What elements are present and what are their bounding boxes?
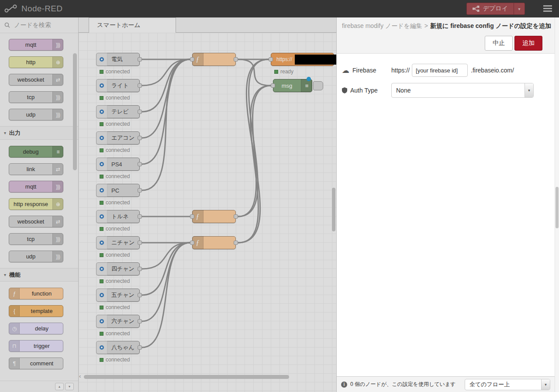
wire[interactable] [142,243,190,321]
flow-node-d8[interactable]: ニチャンconnected [96,236,140,249]
flow-node-dbg[interactable]: msg≡ [273,79,312,92]
flow-node-d12[interactable]: 八ちゃんconnected [96,341,140,354]
flow-scope-select[interactable]: 全てのフロー上 ▾ [465,379,550,390]
select-arrow-button[interactable]: ▾ [541,379,550,390]
output-port[interactable] [138,136,142,140]
palette-node-debug[interactable]: ≡debug [9,146,63,158]
palette-node-template[interactable]: {template [9,305,63,317]
palette-category[interactable]: ▾出力 [0,126,78,140]
output-port[interactable] [138,162,142,166]
palette-node-trigger[interactable]: ⊓trigger [9,340,63,352]
auth-type-select[interactable]: None ▾ [391,83,534,98]
flow-node-f1[interactable]: ƒ [192,53,236,66]
palette-node-mqtt[interactable]: )))mqtt [9,181,63,193]
palette-node-comment[interactable]: ¶comment [9,358,63,369]
flow-node-d6[interactable]: PCconnected [96,184,140,197]
palette-expand-button[interactable]: ▾ [65,383,74,390]
wire[interactable] [142,59,190,190]
palette-node-tcp[interactable]: )))tcp [9,233,63,245]
wire[interactable] [238,86,271,243]
palette-node-link[interactable]: ⇄link [9,163,63,175]
breadcrumb-separator: > [424,22,428,29]
palette-node-websocket[interactable]: ⇄websocket [9,74,63,86]
select-arrow-button[interactable]: ▾ [524,83,533,97]
device-icon [96,131,107,144]
palette-node-tcp[interactable]: )))tcp [9,91,63,103]
flow-node-d1[interactable]: 電気connected [96,53,140,66]
header: Node-RED デプロイ ▾ [0,0,559,17]
status-text: connected [106,147,130,153]
vscroll-thumb[interactable] [556,187,559,228]
link-icon: ⇄ [52,164,63,175]
palette-scrollbar[interactable] [73,53,77,170]
output-port[interactable] [138,214,142,219]
input-port[interactable] [190,214,194,219]
flow-node-d10[interactable]: 五チャンconnected [96,289,140,302]
palette-node-udp[interactable]: )))udp [9,109,63,120]
deploy-button[interactable]: デプロイ ▾ [466,3,525,15]
output-port[interactable] [138,110,142,114]
flow-node-f3[interactable]: ƒ [192,236,236,249]
canvas-vertical-scrollbar[interactable] [332,188,335,231]
output-port[interactable] [138,293,142,297]
cancel-button[interactable]: 中止 [485,36,513,51]
firebase-id-input[interactable] [412,64,468,77]
pulse-icon: ⊓ [9,340,20,351]
palette-node-websocket[interactable]: ⇄websocket [9,216,63,227]
output-port[interactable] [234,214,238,219]
output-port[interactable] [138,345,142,350]
flow-node-d4[interactable]: エアコンconnected [96,131,140,144]
output-port[interactable] [138,57,142,62]
flow-node-fb[interactable]: https://ready [271,53,334,66]
flow-node-d11[interactable]: 六チャンconnected [96,315,140,328]
status-dot [100,358,104,362]
flow-node-d2[interactable]: ライトconnected [96,79,140,92]
output-port[interactable] [138,83,142,88]
palette-node-label: debug [11,146,51,157]
palette-collapse-button[interactable]: ▴ [55,383,64,390]
palette-category[interactable]: ▾機能 [0,268,78,282]
status-dot [100,148,104,152]
url-prefix: https:// [391,67,410,74]
flow-node-d7[interactable]: トルネconnected [96,210,140,223]
input-port[interactable] [190,241,194,245]
palette-node-label: http response [11,199,51,210]
output-port[interactable] [234,241,238,245]
status-text: connected [106,330,130,337]
flow-node-f2[interactable]: ƒ [192,210,236,223]
output-port[interactable] [138,188,142,193]
palette-node-delay[interactable]: ◷delay [9,323,63,334]
breadcrumb-parent[interactable]: firebase modify ノードを編集 [342,22,422,29]
output-port[interactable] [138,267,142,271]
page-vertical-scrollbar[interactable] [555,17,559,392]
palette-node-label: trigger [22,340,61,351]
menu-button[interactable] [543,5,552,7]
output-port[interactable] [138,319,142,323]
flow-node-d9[interactable]: 四チャンconnected [96,262,140,275]
input-port[interactable] [190,57,194,62]
wire[interactable] [142,59,190,86]
palette-node-http-response[interactable]: ⊕http response [9,198,63,210]
wire[interactable] [238,59,271,86]
wire[interactable] [142,243,190,347]
palette-search[interactable]: ノードを検索 [0,17,78,33]
palette-node-mqtt[interactable]: )))mqtt [9,39,63,51]
palette-node-http[interactable]: ⊕http [9,56,63,68]
tab-smarthome[interactable]: スマートホーム [89,17,176,33]
debug-toggle-button[interactable] [313,81,323,90]
canvas-horizontal-scrollbar[interactable]: ‹ [80,375,325,379]
deploy-options-button[interactable]: ▾ [514,3,524,14]
palette-node-function[interactable]: ƒfunction [9,288,63,299]
output-port[interactable] [138,241,142,245]
flow-canvas[interactable]: ‹ 電気connectedライトconnectedテレビconnectedエアコ… [79,33,336,392]
wire[interactable] [238,86,271,217]
input-port[interactable] [271,83,275,88]
add-button[interactable]: 追加 [514,36,542,51]
output-port[interactable] [234,57,238,62]
flow-node-d3[interactable]: テレビconnected [96,105,140,118]
hscroll-thumb[interactable] [84,375,289,379]
input-port[interactable] [269,57,273,62]
wire[interactable] [142,243,190,269]
palette-node-udp[interactable]: )))udp [9,251,63,262]
flow-node-d5[interactable]: PS4connected [96,158,140,171]
